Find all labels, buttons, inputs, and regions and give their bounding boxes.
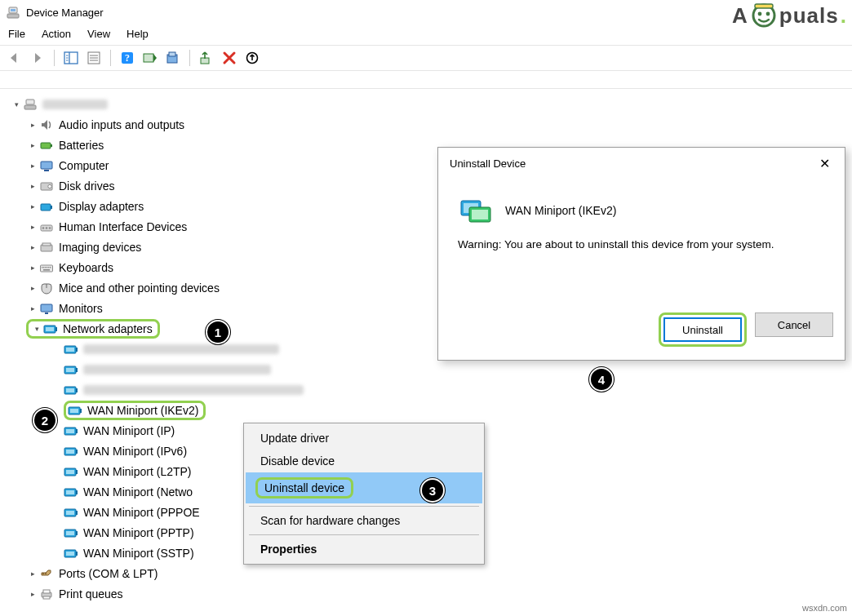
ctx-uninstall-device[interactable]: Uninstall device	[246, 472, 482, 503]
update-driver-icon[interactable]	[163, 49, 183, 67]
ctx-disable-device[interactable]: Disable device	[246, 450, 482, 472]
tree-item-label: WAN Miniport (L2TP)	[83, 465, 192, 478]
enable-device-icon[interactable]	[197, 49, 216, 67]
category-icon	[39, 587, 54, 600]
toolbar-separator	[54, 50, 55, 66]
expander-closed-icon[interactable]: ▸	[26, 567, 39, 580]
tree-category[interactable]: ▸ Print queues	[0, 583, 852, 604]
category-label: Keyboards	[59, 261, 113, 274]
expander-closed-icon[interactable]: ▸	[26, 281, 39, 295]
svg-rect-44	[48, 267, 49, 268]
ctx-update-driver[interactable]: Update driver	[246, 427, 482, 450]
category-label: Mice and other pointing devices	[59, 281, 220, 295]
category-label: Display adapters	[59, 200, 144, 213]
svg-rect-54	[66, 348, 74, 352]
expander-closed-icon[interactable]: ▸	[26, 179, 39, 193]
blurred-device-name	[83, 344, 279, 354]
svg-rect-70	[76, 450, 78, 454]
network-adapter-icon	[64, 363, 78, 376]
expander-open-icon[interactable]: ▾	[10, 98, 23, 111]
tree-item[interactable]	[0, 359, 852, 379]
category-icon	[39, 302, 54, 315]
dialog-title: Uninstall Device	[450, 157, 526, 170]
svg-point-36	[49, 227, 51, 229]
svg-rect-90	[43, 596, 50, 599]
expander-closed-icon[interactable]: ▸	[26, 139, 39, 152]
nav-back-icon[interactable]	[5, 49, 24, 67]
expander-open-icon[interactable]: ▾	[30, 322, 43, 335]
svg-rect-24	[26, 100, 34, 104]
show-hide-tree-icon[interactable]	[61, 49, 81, 67]
svg-point-30	[48, 184, 51, 188]
tree-item[interactable]: WAN Miniport (IKEv2)	[0, 400, 852, 420]
category-icon	[39, 159, 54, 172]
cancel-button[interactable]: Cancel	[755, 312, 833, 337]
network-adapter-icon	[64, 485, 78, 499]
ctx-properties[interactable]: Properties	[246, 538, 482, 561]
expander-closed-icon[interactable]: ▸	[26, 261, 39, 274]
tree-item[interactable]	[0, 379, 852, 400]
network-adapter-large-icon	[458, 196, 494, 225]
close-icon[interactable]: ✕	[814, 156, 835, 171]
svg-rect-31	[41, 204, 51, 211]
svg-rect-27	[41, 162, 52, 169]
tree-category[interactable]: ▸ Ports (COM & LPT)	[0, 563, 852, 583]
properties-icon[interactable]	[84, 49, 104, 67]
tree-item-label: WAN Miniport (PPPOE	[83, 506, 200, 519]
svg-rect-41	[43, 267, 44, 268]
uninstall-button[interactable]: Uninstall	[663, 317, 742, 342]
menu-action[interactable]: Action	[42, 28, 71, 40]
tree-root[interactable]: ▾	[0, 94, 852, 114]
tree-category[interactable]: ▸ Audio inputs and outputs	[0, 114, 852, 135]
category-icon	[39, 200, 54, 213]
svg-rect-45	[50, 267, 51, 268]
expander-closed-icon[interactable]: ▸	[26, 159, 39, 172]
blurred-device-name	[83, 365, 271, 374]
expander-closed-icon[interactable]: ▸	[26, 241, 39, 254]
help-icon[interactable]: ?	[118, 49, 137, 67]
svg-text:?: ?	[125, 52, 130, 64]
expander-closed-icon[interactable]: ▸	[26, 118, 39, 131]
svg-point-35	[46, 227, 48, 229]
svg-rect-32	[51, 206, 52, 209]
dialog-titlebar: Uninstall Device ✕	[438, 148, 845, 179]
network-adapter-icon	[43, 322, 58, 335]
annotation-badge-3: 3	[420, 478, 445, 503]
watermark-appuals: A puals .	[732, 2, 847, 29]
scan-hardware-icon[interactable]	[140, 49, 160, 67]
titlebar: Device Manager	[0, 0, 852, 24]
menu-view[interactable]: View	[87, 28, 110, 40]
tree-item-label: WAN Miniport (IKEv2)	[87, 404, 198, 417]
tree-item-label: WAN Miniport (SSTP)	[83, 547, 194, 560]
blurred-device-name	[83, 385, 304, 395]
network-adapter-icon	[64, 547, 78, 560]
svg-rect-78	[66, 511, 74, 515]
nav-forward-icon[interactable]	[28, 49, 47, 67]
disable-device-icon[interactable]	[242, 49, 262, 67]
category-icon	[39, 567, 54, 580]
highlight-uninstall-device: Uninstall device	[255, 477, 353, 499]
svg-rect-72	[66, 470, 74, 474]
menu-file[interactable]: File	[8, 28, 25, 40]
svg-rect-76	[76, 490, 78, 494]
menu-help[interactable]: Help	[126, 28, 149, 40]
expander-closed-icon[interactable]: ▸	[26, 587, 39, 600]
svg-rect-20	[169, 52, 175, 56]
expander-closed-icon[interactable]: ▸	[26, 200, 39, 213]
computer-icon	[23, 98, 38, 111]
category-label: Disk drives	[59, 179, 114, 193]
svg-rect-64	[80, 409, 82, 413]
tree-item-label: WAN Miniport (Netwo	[83, 485, 193, 499]
appuals-logo-icon	[750, 2, 778, 29]
svg-rect-46	[43, 269, 50, 271]
svg-rect-42	[45, 267, 46, 268]
ctx-scan-hardware[interactable]: Scan for hardware changes	[246, 509, 482, 532]
device-manager-icon	[7, 6, 20, 19]
uninstall-device-icon[interactable]	[220, 49, 239, 67]
category-label: Imaging devices	[59, 241, 141, 254]
expander-closed-icon[interactable]: ▸	[26, 220, 39, 233]
expander-closed-icon[interactable]: ▸	[26, 302, 39, 315]
category-icon	[39, 118, 54, 131]
tree-item-label: WAN Miniport (IPv6)	[83, 445, 187, 458]
network-adapter-icon	[64, 526, 78, 539]
